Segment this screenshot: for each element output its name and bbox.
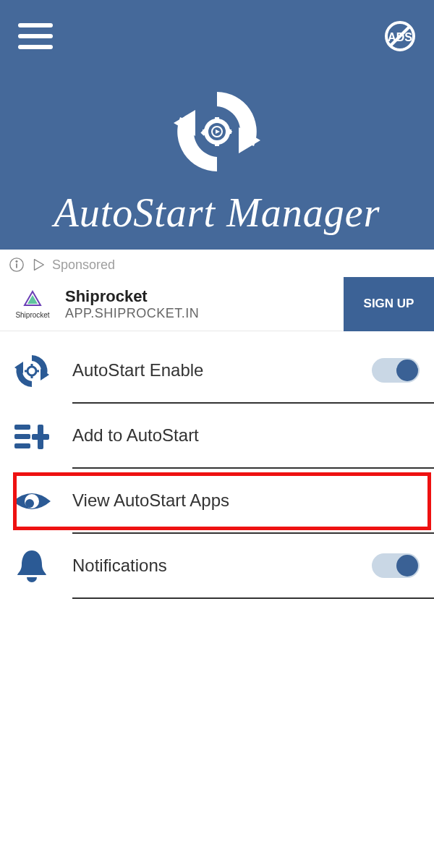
svg-rect-29 xyxy=(14,425,30,430)
svg-marker-19 xyxy=(35,260,44,271)
no-ads-icon[interactable]: ADS xyxy=(384,20,416,52)
app-title: AutoStart Manager xyxy=(0,190,434,236)
shiprocket-icon xyxy=(22,289,43,311)
logo-area: AutoStart Manager xyxy=(0,81,434,236)
svg-rect-8 xyxy=(215,140,219,146)
list-add-icon xyxy=(10,414,54,458)
svg-rect-7 xyxy=(215,117,219,123)
ad-card[interactable]: Shiprocket Shiprocket APP.SHIPROCKET.IN … xyxy=(0,277,434,331)
autostart-enable-toggle[interactable] xyxy=(372,358,420,383)
menu-item-notifications[interactable]: Notifications xyxy=(10,534,434,599)
menu-item-add-autostart[interactable]: Add to AutoStart xyxy=(10,404,434,469)
menu-item-autostart-enable[interactable]: AutoStart Enable xyxy=(10,339,434,404)
svg-point-18 xyxy=(16,260,17,262)
ad-subtitle: APP.SHIPROCKET.IN xyxy=(65,306,344,321)
menu-item-view-apps[interactable]: View AutoStart Apps xyxy=(10,469,434,534)
app-header: ADS xyxy=(0,0,434,250)
menu-label: Add to AutoStart xyxy=(72,425,420,446)
svg-rect-33 xyxy=(32,434,49,440)
ad-disclosure-row: Sponsored xyxy=(0,250,434,277)
bell-icon xyxy=(10,545,54,588)
sponsored-label: Sponsored xyxy=(52,258,115,273)
notifications-toggle[interactable] xyxy=(372,553,420,578)
ad-text: Shiprocket APP.SHIPROCKET.IN xyxy=(58,287,344,321)
info-icon[interactable] xyxy=(9,257,25,273)
ad-brand-logo: Shiprocket xyxy=(7,289,58,319)
eye-icon xyxy=(10,480,54,523)
svg-point-24 xyxy=(27,367,36,375)
main-menu: AutoStart Enable Add to AutoStart xyxy=(0,331,434,599)
menu-label: Notifications xyxy=(72,556,372,576)
svg-point-35 xyxy=(25,499,34,508)
signup-button[interactable]: SIGN UP xyxy=(344,277,434,331)
menu-label: View AutoStart Apps xyxy=(72,490,420,511)
play-outline-icon[interactable] xyxy=(30,257,46,273)
menu-label: AutoStart Enable xyxy=(72,360,372,380)
autostart-logo-icon xyxy=(166,81,268,182)
refresh-gear-icon xyxy=(10,349,54,393)
ad-title: Shiprocket xyxy=(65,287,344,306)
svg-rect-31 xyxy=(14,443,30,448)
menu-icon[interactable] xyxy=(18,23,53,49)
svg-rect-30 xyxy=(14,434,30,439)
top-bar: ADS xyxy=(0,0,434,52)
